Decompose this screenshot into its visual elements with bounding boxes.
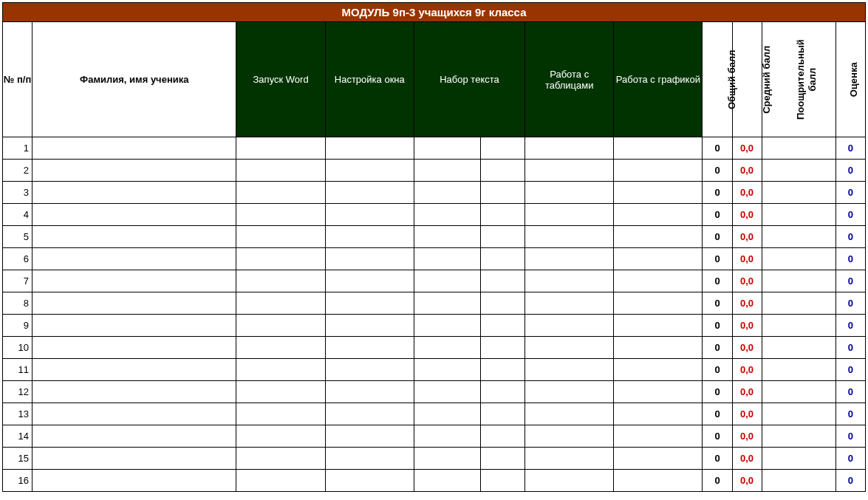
- task-cell[interactable]: [525, 359, 614, 381]
- task-cell[interactable]: [414, 337, 480, 359]
- task-cell[interactable]: [481, 248, 525, 270]
- task-cell[interactable]: [481, 160, 525, 182]
- task-cell[interactable]: [614, 359, 703, 381]
- task-cell[interactable]: [614, 137, 703, 160]
- student-name[interactable]: [33, 204, 236, 226]
- bonus-score[interactable]: [762, 204, 835, 226]
- task-cell[interactable]: [481, 182, 525, 204]
- task-cell[interactable]: [325, 137, 414, 160]
- bonus-score[interactable]: [762, 448, 835, 470]
- task-cell[interactable]: [236, 270, 325, 292]
- student-name[interactable]: [33, 248, 236, 270]
- task-cell[interactable]: [414, 292, 480, 315]
- task-cell[interactable]: [236, 448, 325, 470]
- task-cell[interactable]: [414, 425, 480, 448]
- task-cell[interactable]: [525, 381, 614, 403]
- task-cell[interactable]: [614, 226, 703, 248]
- task-cell[interactable]: [481, 270, 525, 292]
- student-name[interactable]: [33, 292, 236, 315]
- task-cell[interactable]: [481, 204, 525, 226]
- task-cell[interactable]: [414, 315, 480, 337]
- task-cell[interactable]: [481, 292, 525, 315]
- bonus-score[interactable]: [762, 182, 835, 204]
- student-name[interactable]: [33, 182, 236, 204]
- task-cell[interactable]: [614, 470, 703, 492]
- student-name[interactable]: [33, 337, 236, 359]
- task-cell[interactable]: [414, 381, 480, 403]
- task-cell[interactable]: [525, 403, 614, 425]
- task-cell[interactable]: [236, 226, 325, 248]
- task-cell[interactable]: [614, 337, 703, 359]
- bonus-score[interactable]: [762, 226, 835, 248]
- task-cell[interactable]: [525, 137, 614, 160]
- student-name[interactable]: [33, 160, 236, 182]
- task-cell[interactable]: [481, 137, 525, 160]
- task-cell[interactable]: [236, 425, 325, 448]
- bonus-score[interactable]: [762, 160, 835, 182]
- task-cell[interactable]: [414, 137, 480, 160]
- task-cell[interactable]: [525, 226, 614, 248]
- task-cell[interactable]: [614, 160, 703, 182]
- task-cell[interactable]: [414, 160, 480, 182]
- task-cell[interactable]: [525, 160, 614, 182]
- student-name[interactable]: [33, 226, 236, 248]
- bonus-score[interactable]: [762, 403, 835, 425]
- task-cell[interactable]: [481, 470, 525, 492]
- task-cell[interactable]: [414, 182, 480, 204]
- bonus-score[interactable]: [762, 425, 835, 448]
- task-cell[interactable]: [236, 248, 325, 270]
- task-cell[interactable]: [325, 292, 414, 315]
- student-name[interactable]: [33, 403, 236, 425]
- student-name[interactable]: [33, 381, 236, 403]
- task-cell[interactable]: [236, 359, 325, 381]
- task-cell[interactable]: [414, 226, 480, 248]
- task-cell[interactable]: [236, 315, 325, 337]
- bonus-score[interactable]: [762, 470, 835, 492]
- task-cell[interactable]: [325, 226, 414, 248]
- task-cell[interactable]: [325, 270, 414, 292]
- task-cell[interactable]: [236, 137, 325, 160]
- student-name[interactable]: [33, 425, 236, 448]
- task-cell[interactable]: [481, 315, 525, 337]
- task-cell[interactable]: [481, 381, 525, 403]
- task-cell[interactable]: [414, 248, 480, 270]
- task-cell[interactable]: [414, 270, 480, 292]
- task-cell[interactable]: [525, 470, 614, 492]
- task-cell[interactable]: [614, 381, 703, 403]
- task-cell[interactable]: [325, 248, 414, 270]
- student-name[interactable]: [33, 359, 236, 381]
- task-cell[interactable]: [614, 204, 703, 226]
- task-cell[interactable]: [525, 248, 614, 270]
- bonus-score[interactable]: [762, 270, 835, 292]
- task-cell[interactable]: [525, 204, 614, 226]
- task-cell[interactable]: [414, 359, 480, 381]
- bonus-score[interactable]: [762, 381, 835, 403]
- task-cell[interactable]: [414, 204, 480, 226]
- task-cell[interactable]: [325, 160, 414, 182]
- task-cell[interactable]: [414, 448, 480, 470]
- bonus-score[interactable]: [762, 137, 835, 160]
- task-cell[interactable]: [325, 204, 414, 226]
- bonus-score[interactable]: [762, 248, 835, 270]
- task-cell[interactable]: [236, 204, 325, 226]
- task-cell[interactable]: [481, 337, 525, 359]
- student-name[interactable]: [33, 270, 236, 292]
- task-cell[interactable]: [325, 470, 414, 492]
- task-cell[interactable]: [236, 292, 325, 315]
- task-cell[interactable]: [614, 425, 703, 448]
- task-cell[interactable]: [325, 403, 414, 425]
- student-name[interactable]: [33, 448, 236, 470]
- task-cell[interactable]: [325, 425, 414, 448]
- task-cell[interactable]: [236, 403, 325, 425]
- task-cell[interactable]: [325, 448, 414, 470]
- task-cell[interactable]: [481, 359, 525, 381]
- task-cell[interactable]: [236, 337, 325, 359]
- task-cell[interactable]: [236, 470, 325, 492]
- bonus-score[interactable]: [762, 292, 835, 315]
- task-cell[interactable]: [481, 226, 525, 248]
- task-cell[interactable]: [614, 403, 703, 425]
- task-cell[interactable]: [325, 315, 414, 337]
- task-cell[interactable]: [236, 381, 325, 403]
- bonus-score[interactable]: [762, 315, 835, 337]
- task-cell[interactable]: [525, 337, 614, 359]
